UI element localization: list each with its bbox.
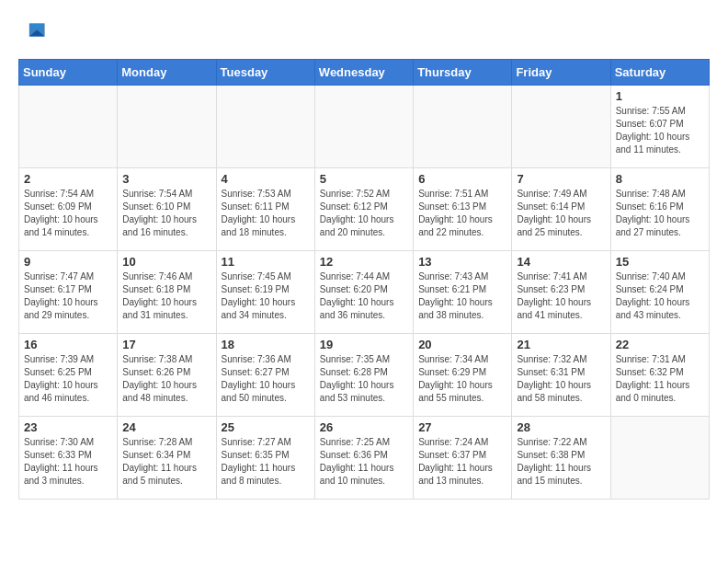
day-number: 26 [320, 420, 408, 434]
calendar-cell: 6Sunrise: 7:51 AM Sunset: 6:13 PM Daylig… [414, 168, 512, 251]
calendar-cell: 27Sunrise: 7:24 AM Sunset: 6:37 PM Dayli… [414, 417, 512, 500]
day-number: 12 [320, 255, 408, 269]
calendar-cell: 4Sunrise: 7:53 AM Sunset: 6:11 PM Daylig… [216, 168, 314, 251]
calendar-cell [314, 86, 413, 168]
day-number: 9 [24, 255, 112, 269]
day-info: Sunrise: 7:28 AM Sunset: 6:34 PM Dayligh… [122, 436, 210, 488]
calendar-cell: 22Sunrise: 7:31 AM Sunset: 6:32 PM Dayli… [610, 334, 709, 417]
calendar-table: SundayMondayTuesdayWednesdayThursdayFrid… [18, 59, 710, 500]
day-number: 19 [320, 338, 408, 351]
calendar-cell: 26Sunrise: 7:25 AM Sunset: 6:36 PM Dayli… [314, 417, 413, 500]
col-header-saturday: Saturday [610, 60, 709, 86]
calendar-cell: 13Sunrise: 7:43 AM Sunset: 6:21 PM Dayli… [414, 251, 512, 334]
calendar-cell [610, 417, 709, 500]
col-header-thursday: Thursday [414, 60, 512, 86]
day-number: 20 [418, 338, 506, 351]
day-number: 1 [616, 89, 704, 103]
day-number: 11 [222, 255, 310, 269]
day-number: 7 [517, 172, 605, 186]
logo-icon [20, 18, 46, 44]
calendar-cell: 10Sunrise: 7:46 AM Sunset: 6:18 PM Dayli… [118, 251, 216, 334]
day-number: 2 [24, 172, 112, 186]
day-info: Sunrise: 7:35 AM Sunset: 6:28 PM Dayligh… [320, 353, 408, 405]
day-number: 25 [222, 420, 310, 434]
calendar-cell: 20Sunrise: 7:34 AM Sunset: 6:29 PM Dayli… [414, 334, 512, 417]
day-number: 23 [24, 420, 112, 434]
day-info: Sunrise: 7:22 AM Sunset: 6:38 PM Dayligh… [517, 436, 605, 488]
day-info: Sunrise: 7:45 AM Sunset: 6:19 PM Dayligh… [222, 270, 310, 322]
day-number: 8 [616, 172, 704, 186]
calendar-cell: 19Sunrise: 7:35 AM Sunset: 6:28 PM Dayli… [314, 334, 413, 417]
calendar-cell [414, 86, 512, 168]
week-row-2: 9Sunrise: 7:47 AM Sunset: 6:17 PM Daylig… [19, 251, 710, 334]
day-info: Sunrise: 7:43 AM Sunset: 6:21 PM Dayligh… [418, 270, 506, 322]
day-info: Sunrise: 7:47 AM Sunset: 6:17 PM Dayligh… [24, 270, 112, 322]
day-info: Sunrise: 7:53 AM Sunset: 6:11 PM Dayligh… [222, 188, 310, 239]
day-number: 16 [24, 338, 112, 351]
day-info: Sunrise: 7:54 AM Sunset: 6:10 PM Dayligh… [122, 188, 210, 239]
calendar-cell: 11Sunrise: 7:45 AM Sunset: 6:19 PM Dayli… [216, 251, 314, 334]
calendar-cell [216, 86, 314, 168]
calendar-cell: 3Sunrise: 7:54 AM Sunset: 6:10 PM Daylig… [118, 168, 216, 251]
day-number: 4 [222, 172, 310, 186]
col-header-wednesday: Wednesday [314, 60, 413, 86]
calendar-cell: 12Sunrise: 7:44 AM Sunset: 6:20 PM Dayli… [314, 251, 413, 334]
week-row-0: 1Sunrise: 7:55 AM Sunset: 6:07 PM Daylig… [19, 86, 710, 168]
day-number: 27 [418, 420, 506, 434]
day-number: 28 [517, 420, 605, 434]
day-info: Sunrise: 7:48 AM Sunset: 6:16 PM Dayligh… [616, 188, 704, 239]
day-info: Sunrise: 7:55 AM Sunset: 6:07 PM Dayligh… [616, 105, 704, 156]
calendar-cell: 5Sunrise: 7:52 AM Sunset: 6:12 PM Daylig… [314, 168, 413, 251]
day-info: Sunrise: 7:24 AM Sunset: 6:37 PM Dayligh… [418, 436, 506, 488]
day-info: Sunrise: 7:39 AM Sunset: 6:25 PM Dayligh… [24, 353, 112, 405]
calendar-cell: 18Sunrise: 7:36 AM Sunset: 6:27 PM Dayli… [216, 334, 314, 417]
calendar-cell [19, 86, 118, 168]
day-number: 15 [616, 255, 704, 269]
page-header [18, 18, 710, 44]
day-info: Sunrise: 7:46 AM Sunset: 6:18 PM Dayligh… [122, 270, 210, 322]
day-number: 5 [320, 172, 408, 186]
day-info: Sunrise: 7:38 AM Sunset: 6:26 PM Dayligh… [122, 353, 210, 405]
col-header-tuesday: Tuesday [216, 60, 314, 86]
day-info: Sunrise: 7:30 AM Sunset: 6:33 PM Dayligh… [24, 436, 112, 488]
day-info: Sunrise: 7:51 AM Sunset: 6:13 PM Dayligh… [418, 188, 506, 239]
calendar-cell: 17Sunrise: 7:38 AM Sunset: 6:26 PM Dayli… [118, 334, 216, 417]
calendar-cell: 2Sunrise: 7:54 AM Sunset: 6:09 PM Daylig… [19, 168, 118, 251]
day-info: Sunrise: 7:34 AM Sunset: 6:29 PM Dayligh… [418, 353, 506, 405]
day-number: 14 [517, 255, 605, 269]
day-info: Sunrise: 7:27 AM Sunset: 6:35 PM Dayligh… [222, 436, 310, 488]
day-number: 10 [122, 255, 210, 269]
calendar-cell [118, 86, 216, 168]
calendar-header-row: SundayMondayTuesdayWednesdayThursdayFrid… [19, 60, 710, 86]
calendar-cell: 1Sunrise: 7:55 AM Sunset: 6:07 PM Daylig… [610, 86, 709, 168]
calendar-cell: 16Sunrise: 7:39 AM Sunset: 6:25 PM Dayli… [19, 334, 118, 417]
week-row-3: 16Sunrise: 7:39 AM Sunset: 6:25 PM Dayli… [19, 334, 710, 417]
calendar-cell: 15Sunrise: 7:40 AM Sunset: 6:24 PM Dayli… [610, 251, 709, 334]
col-header-friday: Friday [512, 60, 610, 86]
calendar-cell: 9Sunrise: 7:47 AM Sunset: 6:17 PM Daylig… [19, 251, 118, 334]
day-info: Sunrise: 7:32 AM Sunset: 6:31 PM Dayligh… [517, 353, 605, 405]
day-info: Sunrise: 7:31 AM Sunset: 6:32 PM Dayligh… [616, 353, 704, 405]
day-number: 6 [418, 172, 506, 186]
calendar-cell: 8Sunrise: 7:48 AM Sunset: 6:16 PM Daylig… [610, 168, 709, 251]
day-info: Sunrise: 7:25 AM Sunset: 6:36 PM Dayligh… [320, 436, 408, 488]
day-info: Sunrise: 7:49 AM Sunset: 6:14 PM Dayligh… [517, 188, 605, 239]
day-number: 21 [517, 338, 605, 351]
calendar-cell: 21Sunrise: 7:32 AM Sunset: 6:31 PM Dayli… [512, 334, 610, 417]
calendar-cell: 28Sunrise: 7:22 AM Sunset: 6:38 PM Dayli… [512, 417, 610, 500]
day-number: 3 [122, 172, 210, 186]
week-row-4: 23Sunrise: 7:30 AM Sunset: 6:33 PM Dayli… [19, 417, 710, 500]
calendar-cell: 14Sunrise: 7:41 AM Sunset: 6:23 PM Dayli… [512, 251, 610, 334]
day-info: Sunrise: 7:36 AM Sunset: 6:27 PM Dayligh… [222, 353, 310, 405]
calendar-cell: 25Sunrise: 7:27 AM Sunset: 6:35 PM Dayli… [216, 417, 314, 500]
day-number: 24 [122, 420, 210, 434]
col-header-sunday: Sunday [19, 60, 118, 86]
calendar-cell [512, 86, 610, 168]
col-header-monday: Monday [118, 60, 216, 86]
day-info: Sunrise: 7:41 AM Sunset: 6:23 PM Dayligh… [517, 270, 605, 322]
day-info: Sunrise: 7:54 AM Sunset: 6:09 PM Dayligh… [24, 188, 112, 239]
day-info: Sunrise: 7:52 AM Sunset: 6:12 PM Dayligh… [320, 188, 408, 239]
day-info: Sunrise: 7:40 AM Sunset: 6:24 PM Dayligh… [616, 270, 704, 322]
logo [18, 18, 46, 44]
day-number: 17 [122, 338, 210, 351]
